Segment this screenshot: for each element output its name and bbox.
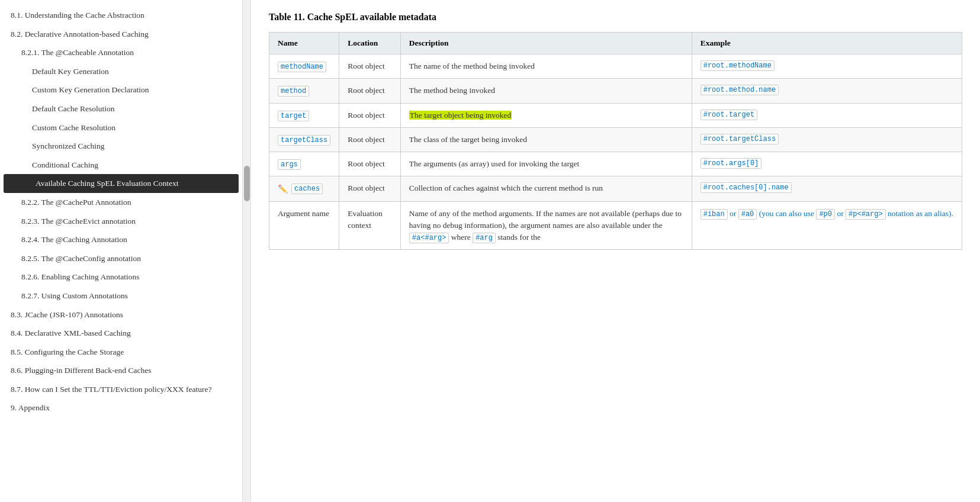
table-row: ✏️cachesRoot objectCollection of caches … <box>269 176 962 201</box>
sidebar-item-s21[interactable]: 8.7. How can I Set the TTL/TTI/Eviction … <box>0 380 242 399</box>
sidebar-item-s10[interactable]: Available Caching SpEL Evaluation Contex… <box>4 174 239 193</box>
example-code: #root.targetClass <box>701 134 779 144</box>
cell-name-2: target <box>269 103 339 127</box>
sidebar-item-s2[interactable]: 8.2. Declarative Annotation-based Cachin… <box>0 25 242 44</box>
cell-description-1: The method being invoked <box>400 79 692 103</box>
col-location: Location <box>339 33 401 54</box>
cell-location-3: Root object <box>339 127 401 152</box>
sidebar: 8.1. Understanding the Cache Abstraction… <box>0 0 243 502</box>
table-row: methodNameRoot objectThe name of the met… <box>269 54 962 79</box>
cell-name-4: args <box>269 152 339 176</box>
table-row: argsRoot objectThe arguments (as array) … <box>269 152 962 176</box>
cell-location-4: Root object <box>339 152 401 176</box>
code-name: methodName <box>278 62 326 72</box>
code-name: target <box>278 111 309 121</box>
code-name: caches <box>291 184 323 194</box>
cell-name-1: method <box>269 79 339 103</box>
cell-example-2: #root.target <box>692 103 962 127</box>
main-content: Table 11. Cache SpEL available metadata … <box>251 0 980 502</box>
table-header-row: Name Location Description Example <box>269 33 962 54</box>
example-code: #a0 <box>738 209 757 220</box>
sidebar-item-s8[interactable]: Synchronized Caching <box>0 137 242 156</box>
sidebar-item-s20[interactable]: 8.6. Plugging-in Different Back-end Cach… <box>0 361 242 380</box>
sidebar-item-s14[interactable]: 8.2.5. The @CacheConfig annotation <box>0 249 242 268</box>
highlighted-text: The target object being invoked <box>409 111 512 120</box>
table-row: methodRoot objectThe method being invoke… <box>269 79 962 103</box>
inline-code: #a<#arg> <box>409 233 449 243</box>
cell-location-5: Root object <box>339 176 401 201</box>
sidebar-item-s16[interactable]: 8.2.7. Using Custom Annotations <box>0 287 242 305</box>
sidebar-item-s19[interactable]: 8.5. Configuring the Cache Storage <box>0 343 242 362</box>
example-code: #root.caches[0].name <box>701 182 792 193</box>
sidebar-item-s18[interactable]: 8.4. Declarative XML-based Caching <box>0 324 242 343</box>
sidebar-item-s15[interactable]: 8.2.6. Enabling Caching Annotations <box>0 268 242 287</box>
sidebar-item-s3[interactable]: 8.2.1. The @Cacheable Annotation <box>0 43 242 62</box>
cell-location-1: Root object <box>339 79 401 103</box>
col-description: Description <box>400 33 692 54</box>
example-code: #root.args[0] <box>701 158 762 169</box>
sidebar-item-s4[interactable]: Default Key Generation <box>0 62 242 81</box>
code-name: targetClass <box>278 135 330 146</box>
cell-name-3: targetClass <box>269 127 339 152</box>
cell-description-4: The arguments (as array) used for invoki… <box>400 152 692 176</box>
sidebar-item-s9[interactable]: Conditional Caching <box>0 156 242 175</box>
col-name: Name <box>269 33 339 54</box>
table-row: targetClassRoot objectThe class of the t… <box>269 127 962 152</box>
pencil-icon: ✏️ <box>278 183 288 195</box>
cell-example-5: #root.caches[0].name <box>692 176 962 201</box>
cell-example-3: #root.targetClass <box>692 127 962 152</box>
sidebar-item-s7[interactable]: Custom Cache Resolution <box>0 118 242 137</box>
cell-name-6: Argument name <box>269 201 339 250</box>
sidebar-item-s6[interactable]: Default Cache Resolution <box>0 99 242 118</box>
example-code: #root.target <box>701 110 757 120</box>
table-title: Table 11. Cache SpEL available metadata <box>269 12 962 22</box>
sidebar-item-s17[interactable]: 8.3. JCache (JSR-107) Annotations <box>0 305 242 324</box>
cell-example-1: #root.method.name <box>692 79 962 103</box>
inline-code: #arg <box>473 233 496 243</box>
cell-name-5: ✏️caches <box>269 176 339 201</box>
table-body: methodNameRoot objectThe name of the met… <box>269 54 962 250</box>
cell-location-0: Root object <box>339 54 401 79</box>
cell-example-4: #root.args[0] <box>692 152 962 176</box>
sidebar-item-s11[interactable]: 8.2.2. The @CachePut Annotation <box>0 193 242 212</box>
cell-description-5: Collection of caches against which the c… <box>400 176 692 201</box>
sidebar-item-s22[interactable]: 9. Appendix <box>0 398 242 417</box>
cell-description-2: The target object being invoked <box>400 103 692 127</box>
cell-example-6: #iban or #a0 (you can also use #p0 or #p… <box>692 201 962 250</box>
cell-description-3: The class of the target being invoked <box>400 127 692 152</box>
cell-description-6: Name of any of the method arguments. If … <box>400 201 692 250</box>
scrollbar-thumb[interactable] <box>244 166 250 201</box>
sidebar-item-s13[interactable]: 8.2.4. The @Caching Annotation <box>0 230 242 249</box>
sidebar-item-s12[interactable]: 8.2.3. The @CacheEvict annotation <box>0 212 242 231</box>
example-code: #root.method.name <box>701 85 779 95</box>
example-code: #p0 <box>816 209 835 220</box>
example-code: #p<#arg> <box>846 209 886 220</box>
col-example: Example <box>692 33 962 54</box>
example-code: #iban <box>701 209 728 220</box>
cell-name-0: methodName <box>269 54 339 79</box>
code-name: method <box>278 86 309 96</box>
cell-location-2: Root object <box>339 103 401 127</box>
table-row: targetRoot objectThe target object being… <box>269 103 962 127</box>
cell-description-0: The name of the method being invoked <box>400 54 692 79</box>
sidebar-item-s5[interactable]: Custom Key Generation Declaration <box>0 81 242 99</box>
cell-location-6: Evaluation context <box>339 201 401 250</box>
sidebar-item-s1[interactable]: 8.1. Understanding the Cache Abstraction <box>0 6 242 25</box>
scrollbar-track[interactable] <box>243 0 251 502</box>
cell-example-0: #root.methodName <box>692 54 962 79</box>
code-name: args <box>278 159 301 170</box>
example-code: #root.methodName <box>701 60 775 71</box>
table-row: Argument nameEvaluation contextName of a… <box>269 201 962 250</box>
spel-metadata-table: Name Location Description Example method… <box>269 32 962 250</box>
